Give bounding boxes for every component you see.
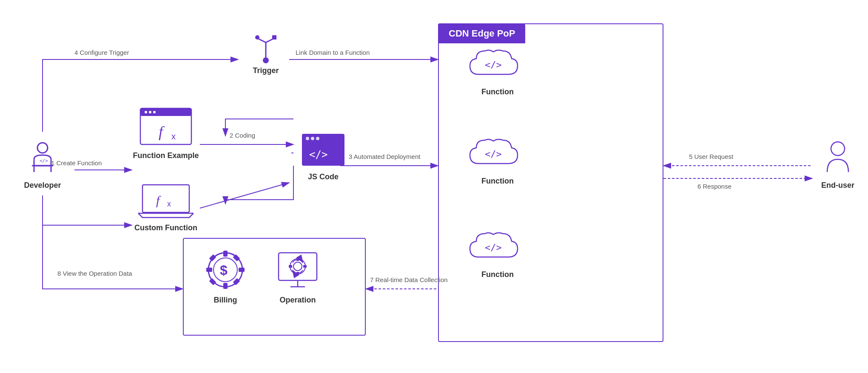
svg-point-28 [145,111,147,113]
trigger-label: Trigger [253,66,279,75]
js-code-node: </> JS Code [296,132,351,181]
cdn-function2-node: </> Function [459,132,536,186]
cdn-function2-icon: </> [466,132,529,174]
svg-text:</>: </> [485,242,502,253]
step6-label: 6 Response [697,183,731,190]
svg-point-38 [311,137,314,140]
svg-text:$: $ [220,263,228,278]
link-domain-label: Link Domain to a Function [296,49,370,56]
step2-label: 2 Coding [230,132,255,139]
diagram: CDN Edge PoP [0,0,868,373]
js-code-label: JS Code [308,172,339,181]
svg-text:</>: </> [485,59,502,70]
svg-rect-63 [303,265,307,268]
function-example-icon: f x [138,106,194,149]
end-user-node: End-user [812,140,863,190]
cdn-function3-icon: </> [466,225,529,268]
svg-point-58 [290,259,305,274]
operation-icon [274,246,321,293]
svg-text:f: f [159,123,165,140]
end-user-icon [821,140,855,178]
step8-label: 8 View the Operation Data [57,270,132,277]
svg-rect-61 [296,272,299,275]
svg-rect-49 [209,254,216,262]
svg-point-64 [831,142,845,155]
operation-label: Operation [279,296,316,305]
svg-text:</>: </> [485,149,502,159]
developer-icon: </> [23,140,62,178]
svg-point-37 [306,137,309,140]
operation-node: Operation [264,246,332,305]
cdn-function3-node: </> Function [459,225,536,279]
svg-rect-45 [223,251,228,257]
custom-function-label: Custom Function [134,223,197,232]
svg-point-23 [255,35,259,40]
svg-rect-62 [289,265,292,268]
svg-point-59 [293,262,302,271]
svg-rect-60 [296,257,299,261]
svg-rect-33 [142,185,189,212]
billing-icon: $ [202,246,249,293]
developer-node: </> Developer [13,140,72,190]
custom-function-node: f x Custom Function [132,183,200,232]
step5-label: 5 User Request [689,153,733,160]
svg-text:x: x [171,132,176,141]
step4-label: 4 Configure Trigger [74,49,129,56]
cdn-function1-node: </> Function [459,42,536,96]
function-example-node: f x Function Example [132,106,200,160]
svg-point-29 [149,111,151,113]
billing-node: $ Billing [191,246,259,305]
step7-label: 7 Real-time Data Collection [370,276,448,283]
svg-rect-48 [239,268,245,272]
svg-point-25 [263,57,269,63]
js-code-icon: </> [300,132,347,170]
svg-text:x: x [167,200,171,208]
cdn-function3-label: Function [481,270,514,279]
cdn-function2-label: Function [481,177,514,186]
svg-rect-27 [140,108,191,116]
svg-text:</>: </> [309,149,327,161]
trigger-icon [249,34,283,64]
end-user-label: End-user [821,181,854,190]
arrows-svg [0,0,868,373]
svg-point-39 [316,137,319,140]
svg-rect-47 [206,268,212,272]
trigger-node: Trigger [240,34,291,75]
svg-line-8 [200,183,289,208]
svg-rect-46 [223,283,228,289]
svg-rect-51 [209,278,216,285]
svg-point-30 [153,111,156,113]
cdn-header: CDN Edge PoP [438,24,525,43]
svg-rect-24 [272,35,276,40]
step3-label: 3 Automated Deployment [349,153,420,160]
svg-rect-55 [279,253,317,280]
svg-text:</>: </> [40,158,48,164]
developer-label: Developer [24,181,61,190]
cdn-function1-icon: </> [466,42,529,85]
cdn-function1-label: Function [481,88,514,96]
billing-label: Billing [214,296,237,305]
function-example-label: Function Example [133,151,199,160]
svg-point-15 [37,143,48,153]
svg-text:f: f [156,193,161,207]
custom-function-icon: f x [138,183,194,221]
